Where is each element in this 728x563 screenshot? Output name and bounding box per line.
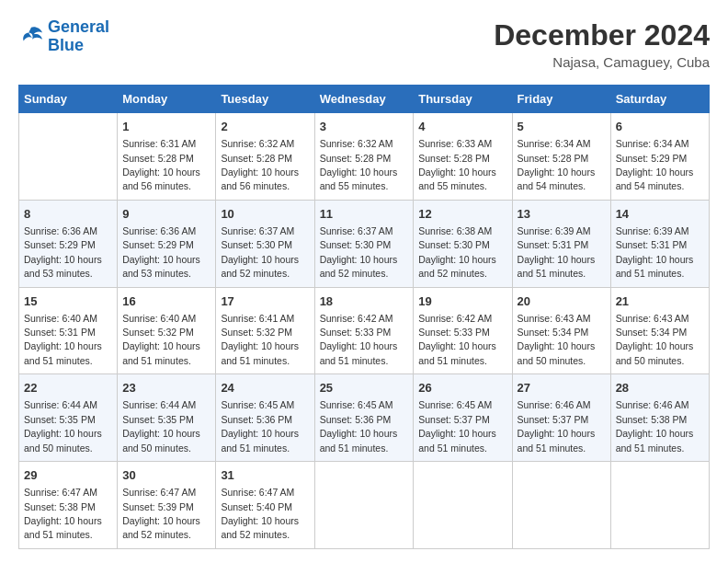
location: Najasa, Camaguey, Cuba [494, 54, 710, 70]
calendar-day-cell: 26Sunrise: 6:45 AMSunset: 5:37 PMDayligh… [414, 374, 512, 462]
day-info: Sunrise: 6:45 AMSunset: 5:36 PMDaylight:… [221, 399, 299, 453]
calendar-day-cell [512, 462, 610, 549]
day-number: 29 [24, 467, 112, 484]
logo-icon [18, 26, 44, 48]
calendar-day-cell: 4Sunrise: 6:33 AMSunset: 5:28 PMDaylight… [414, 113, 512, 201]
day-number: 10 [221, 206, 309, 223]
month-title: December 2024 [494, 18, 710, 52]
calendar-day-cell: 23Sunrise: 6:44 AMSunset: 5:35 PMDayligh… [118, 374, 216, 462]
day-number: 31 [221, 467, 309, 484]
calendar-day-cell: 25Sunrise: 6:45 AMSunset: 5:36 PMDayligh… [314, 374, 414, 462]
calendar-day-cell: 22Sunrise: 6:44 AMSunset: 5:35 PMDayligh… [19, 374, 118, 462]
weekday-header-tuesday: Tuesday [216, 86, 314, 113]
day-info: Sunrise: 6:37 AMSunset: 5:30 PMDaylight:… [320, 225, 398, 279]
calendar-day-cell: 16Sunrise: 6:40 AMSunset: 5:32 PMDayligh… [118, 287, 216, 374]
calendar-week-row: 29Sunrise: 6:47 AMSunset: 5:38 PMDayligh… [19, 462, 710, 549]
calendar-week-row: 15Sunrise: 6:40 AMSunset: 5:31 PMDayligh… [19, 287, 710, 374]
day-info: Sunrise: 6:47 AMSunset: 5:38 PMDaylight:… [24, 487, 102, 540]
calendar-day-cell: 9Sunrise: 6:36 AMSunset: 5:29 PMDaylight… [118, 200, 216, 287]
day-number: 18 [320, 293, 409, 310]
day-info: Sunrise: 6:42 AMSunset: 5:33 PMDaylight:… [418, 313, 496, 366]
day-number: 2 [221, 119, 309, 135]
day-number: 15 [24, 293, 112, 310]
calendar-day-cell: 14Sunrise: 6:39 AMSunset: 5:31 PMDayligh… [610, 200, 709, 287]
weekday-header-monday: Monday [118, 86, 216, 113]
calendar-day-cell: 5Sunrise: 6:34 AMSunset: 5:28 PMDaylight… [512, 113, 610, 201]
day-info: Sunrise: 6:37 AMSunset: 5:30 PMDaylight:… [221, 225, 299, 279]
day-number: 25 [320, 380, 409, 396]
calendar-day-cell [610, 462, 709, 549]
calendar-table: SundayMondayTuesdayWednesdayThursdayFrid… [18, 85, 710, 549]
calendar-day-cell: 30Sunrise: 6:47 AMSunset: 5:39 PMDayligh… [118, 462, 216, 549]
weekday-header-sunday: Sunday [19, 86, 118, 113]
day-info: Sunrise: 6:39 AMSunset: 5:31 PMDaylight:… [616, 225, 694, 279]
calendar-day-cell: 21Sunrise: 6:43 AMSunset: 5:34 PMDayligh… [610, 287, 709, 374]
page-header: General Blue December 2024 Najasa, Camag… [18, 18, 710, 70]
calendar-day-cell: 28Sunrise: 6:46 AMSunset: 5:38 PMDayligh… [610, 374, 709, 462]
calendar-day-cell: 19Sunrise: 6:42 AMSunset: 5:33 PMDayligh… [414, 287, 512, 374]
calendar-day-cell: 11Sunrise: 6:37 AMSunset: 5:30 PMDayligh… [314, 200, 414, 287]
day-info: Sunrise: 6:44 AMSunset: 5:35 PMDaylight:… [122, 399, 200, 453]
day-number: 26 [418, 380, 506, 396]
day-number: 16 [122, 293, 210, 310]
day-number: 5 [518, 119, 606, 135]
day-info: Sunrise: 6:42 AMSunset: 5:33 PMDaylight:… [320, 313, 398, 366]
day-info: Sunrise: 6:40 AMSunset: 5:32 PMDaylight:… [122, 313, 200, 366]
weekday-header-thursday: Thursday [414, 86, 512, 113]
day-number: 14 [616, 206, 704, 223]
weekday-header-friday: Friday [512, 86, 610, 113]
weekday-header-wednesday: Wednesday [314, 86, 414, 113]
logo-text: General Blue [48, 18, 109, 55]
day-info: Sunrise: 6:41 AMSunset: 5:32 PMDaylight:… [221, 313, 299, 366]
weekday-header-row: SundayMondayTuesdayWednesdayThursdayFrid… [19, 86, 710, 113]
day-info: Sunrise: 6:45 AMSunset: 5:36 PMDaylight:… [320, 399, 398, 453]
day-info: Sunrise: 6:32 AMSunset: 5:28 PMDaylight:… [221, 138, 299, 191]
day-info: Sunrise: 6:38 AMSunset: 5:30 PMDaylight:… [418, 225, 496, 279]
day-number: 20 [518, 293, 606, 310]
day-info: Sunrise: 6:36 AMSunset: 5:29 PMDaylight:… [24, 225, 102, 279]
calendar-day-cell [314, 462, 414, 549]
calendar-day-cell: 8Sunrise: 6:36 AMSunset: 5:29 PMDaylight… [19, 200, 118, 287]
calendar-day-cell: 17Sunrise: 6:41 AMSunset: 5:32 PMDayligh… [216, 287, 314, 374]
day-number: 27 [518, 380, 606, 396]
day-info: Sunrise: 6:39 AMSunset: 5:31 PMDaylight:… [518, 225, 596, 279]
weekday-header-saturday: Saturday [610, 86, 709, 113]
day-info: Sunrise: 6:33 AMSunset: 5:28 PMDaylight:… [418, 138, 496, 191]
day-info: Sunrise: 6:44 AMSunset: 5:35 PMDaylight:… [24, 399, 102, 453]
day-number: 19 [418, 293, 506, 310]
calendar-day-cell: 31Sunrise: 6:47 AMSunset: 5:40 PMDayligh… [216, 462, 314, 549]
day-number: 3 [320, 119, 409, 135]
day-info: Sunrise: 6:31 AMSunset: 5:28 PMDaylight:… [122, 138, 200, 191]
day-info: Sunrise: 6:34 AMSunset: 5:28 PMDaylight:… [518, 138, 596, 191]
day-number: 8 [24, 206, 112, 223]
calendar-day-cell: 15Sunrise: 6:40 AMSunset: 5:31 PMDayligh… [19, 287, 118, 374]
calendar-day-cell: 1Sunrise: 6:31 AMSunset: 5:28 PMDaylight… [118, 113, 216, 201]
day-info: Sunrise: 6:46 AMSunset: 5:37 PMDaylight:… [518, 399, 596, 453]
day-number: 1 [122, 119, 210, 135]
calendar-day-cell: 20Sunrise: 6:43 AMSunset: 5:34 PMDayligh… [512, 287, 610, 374]
title-block: December 2024 Najasa, Camaguey, Cuba [494, 18, 710, 70]
day-info: Sunrise: 6:47 AMSunset: 5:39 PMDaylight:… [122, 487, 200, 540]
calendar-day-cell: 13Sunrise: 6:39 AMSunset: 5:31 PMDayligh… [512, 200, 610, 287]
day-info: Sunrise: 6:34 AMSunset: 5:29 PMDaylight:… [616, 138, 694, 191]
calendar-day-cell: 10Sunrise: 6:37 AMSunset: 5:30 PMDayligh… [216, 200, 314, 287]
day-info: Sunrise: 6:36 AMSunset: 5:29 PMDaylight:… [122, 225, 200, 279]
calendar-week-row: 8Sunrise: 6:36 AMSunset: 5:29 PMDaylight… [19, 200, 710, 287]
day-number: 28 [616, 380, 704, 396]
day-number: 11 [320, 206, 409, 223]
day-info: Sunrise: 6:43 AMSunset: 5:34 PMDaylight:… [518, 313, 596, 366]
day-info: Sunrise: 6:45 AMSunset: 5:37 PMDaylight:… [418, 399, 496, 453]
day-number: 13 [518, 206, 606, 223]
day-number: 17 [221, 293, 309, 310]
day-info: Sunrise: 6:40 AMSunset: 5:31 PMDaylight:… [24, 313, 102, 366]
calendar-week-row: 1Sunrise: 6:31 AMSunset: 5:28 PMDaylight… [19, 113, 710, 201]
day-number: 9 [122, 206, 210, 223]
calendar-day-cell [414, 462, 512, 549]
calendar-day-cell: 18Sunrise: 6:42 AMSunset: 5:33 PMDayligh… [314, 287, 414, 374]
day-info: Sunrise: 6:43 AMSunset: 5:34 PMDaylight:… [616, 313, 694, 366]
calendar-day-cell: 6Sunrise: 6:34 AMSunset: 5:29 PMDaylight… [610, 113, 709, 201]
day-info: Sunrise: 6:46 AMSunset: 5:38 PMDaylight:… [616, 399, 694, 453]
calendar-day-cell: 24Sunrise: 6:45 AMSunset: 5:36 PMDayligh… [216, 374, 314, 462]
calendar-day-cell: 27Sunrise: 6:46 AMSunset: 5:37 PMDayligh… [512, 374, 610, 462]
day-number: 12 [418, 206, 506, 223]
